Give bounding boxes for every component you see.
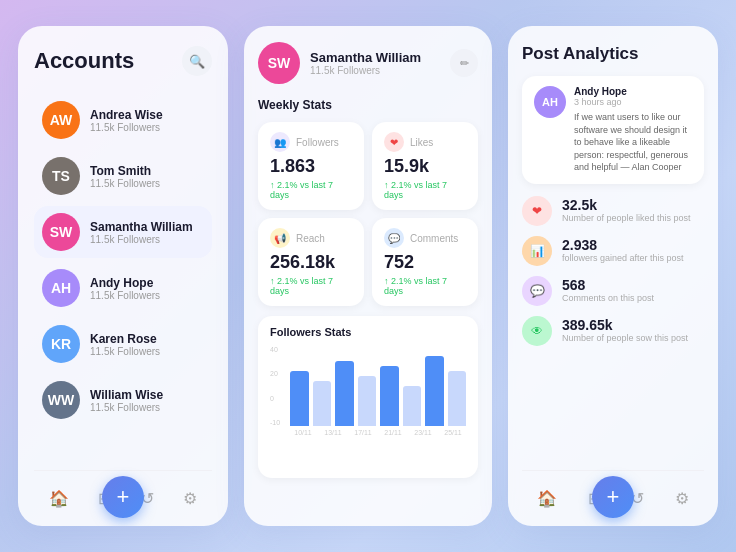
bar <box>358 376 377 426</box>
account-avatar: WW <box>42 381 80 419</box>
analytics-title: Post Analytics <box>522 44 704 64</box>
bar-chart: 40200-10 <box>270 346 466 426</box>
account-info: Samantha William 11.5k Followers <box>90 220 193 245</box>
analytics-item: 👁 389.65k Number of people sow this post <box>522 316 704 346</box>
stat-icon: 💬 <box>384 228 404 248</box>
account-name: Samantha William <box>90 220 193 234</box>
account-info: Andy Hope 11.5k Followers <box>90 276 160 301</box>
analytics-text: 32.5k Number of people liked this post <box>562 197 691 225</box>
analytics-icon: 👁 <box>522 316 552 346</box>
accounts-panel: Accounts 🔍 AW Andrea Wise 11.5k Follower… <box>18 26 228 526</box>
quote-content: Andy Hope 3 hours ago If we want users t… <box>574 86 692 174</box>
analytics-text: 389.65k Number of people sow this post <box>562 317 688 345</box>
chart-title: Followers Stats <box>270 326 466 338</box>
account-followers: 11.5k Followers <box>90 178 160 189</box>
quote-time: 3 hours ago <box>574 97 692 107</box>
account-followers: 11.5k Followers <box>90 122 163 133</box>
home-icon-right[interactable]: 🏠 <box>531 483 563 514</box>
stat-icon: 📢 <box>270 228 290 248</box>
x-label: 17/11 <box>350 429 376 436</box>
analytics-value: 2.938 <box>562 237 684 253</box>
stat-card: 👥 Followers 1.863 ↑ 2.1% vs last 7 days <box>258 122 364 210</box>
x-label: 25/11 <box>440 429 466 436</box>
edit-button[interactable]: ✏ <box>450 49 478 77</box>
account-item[interactable]: AH Andy Hope 11.5k Followers <box>34 262 212 314</box>
quote-avatar: AH <box>534 86 566 118</box>
right-nav: 🏠 ⊞ + ↺ ⚙ <box>522 470 704 526</box>
stat-change: ↑ 2.1% vs last 7 days <box>270 180 352 200</box>
analytics-item: ❤ 32.5k Number of people liked this post <box>522 196 704 226</box>
account-item[interactable]: TS Tom Smith 11.5k Followers <box>34 150 212 202</box>
analytics-desc: followers gained after this post <box>562 253 684 265</box>
profile-info: Samantha William 11.5k Followers <box>310 50 421 76</box>
account-avatar: AW <box>42 101 80 139</box>
account-info: Karen Rose 11.5k Followers <box>90 332 160 357</box>
stat-header: 📢 Reach <box>270 228 352 248</box>
bar <box>335 361 354 426</box>
stat-card: ❤ Likes 15.9k ↑ 2.1% vs last 7 days <box>372 122 478 210</box>
account-item[interactable]: WW William Wise 11.5k Followers <box>34 374 212 426</box>
settings-icon[interactable]: ⚙ <box>177 483 203 514</box>
stat-label: Likes <box>410 137 433 148</box>
stat-label: Reach <box>296 233 325 244</box>
fab-button-right[interactable]: + <box>592 476 634 518</box>
search-button[interactable]: 🔍 <box>182 46 212 76</box>
stats-grid: 👥 Followers 1.863 ↑ 2.1% vs last 7 days … <box>258 122 478 306</box>
chart-section: Followers Stats 40200-10 10/1113/1117/11… <box>258 316 478 478</box>
settings-icon-right[interactable]: ⚙ <box>669 483 695 514</box>
stat-header: 💬 Comments <box>384 228 466 248</box>
left-header: Accounts 🔍 <box>34 46 212 76</box>
stat-change: ↑ 2.1% vs last 7 days <box>270 276 352 296</box>
account-avatar: KR <box>42 325 80 363</box>
account-followers: 11.5k Followers <box>90 402 163 413</box>
bar <box>448 371 467 426</box>
accounts-title: Accounts <box>34 48 134 74</box>
account-item[interactable]: KR Karen Rose 11.5k Followers <box>34 318 212 370</box>
account-followers: 11.5k Followers <box>90 346 160 357</box>
account-item[interactable]: SW Samantha William 11.5k Followers <box>34 206 212 258</box>
stat-header: 👥 Followers <box>270 132 352 152</box>
account-name: Tom Smith <box>90 164 160 178</box>
stat-value: 752 <box>384 252 466 273</box>
stat-value: 1.863 <box>270 156 352 177</box>
analytics-list: ❤ 32.5k Number of people liked this post… <box>522 196 704 470</box>
fab-button[interactable]: + <box>102 476 144 518</box>
stat-header: ❤ Likes <box>384 132 466 152</box>
analytics-desc: Comments on this post <box>562 293 654 305</box>
left-nav: 🏠 ⊞ + ↺ ⚙ <box>34 470 212 526</box>
bar <box>380 366 399 426</box>
analytics-desc: Number of people sow this post <box>562 333 688 345</box>
account-list: AW Andrea Wise 11.5k Followers TS Tom Sm… <box>34 94 212 470</box>
x-label: 13/11 <box>320 429 346 436</box>
stat-label: Comments <box>410 233 458 244</box>
account-name: Karen Rose <box>90 332 160 346</box>
stat-card: 💬 Comments 752 ↑ 2.1% vs last 7 days <box>372 218 478 306</box>
quote-text: If we want users to like our software we… <box>574 111 692 174</box>
account-avatar: AH <box>42 269 80 307</box>
stat-icon: ❤ <box>384 132 404 152</box>
bar <box>425 356 444 426</box>
x-label: 23/11 <box>410 429 436 436</box>
quote-name: Andy Hope <box>574 86 692 97</box>
stats-panel: SW Samantha William 11.5k Followers ✏ We… <box>244 26 492 526</box>
stat-icon: 👥 <box>270 132 290 152</box>
analytics-icon: ❤ <box>522 196 552 226</box>
account-avatar: SW <box>42 213 80 251</box>
account-info: William Wise 11.5k Followers <box>90 388 163 413</box>
x-label: 10/11 <box>290 429 316 436</box>
analytics-value: 389.65k <box>562 317 688 333</box>
home-icon[interactable]: 🏠 <box>43 483 75 514</box>
bar <box>403 386 422 426</box>
stat-value: 15.9k <box>384 156 466 177</box>
stat-label: Followers <box>296 137 339 148</box>
account-item[interactable]: AW Andrea Wise 11.5k Followers <box>34 94 212 146</box>
profile-followers: 11.5k Followers <box>310 65 421 76</box>
analytics-panel: Post Analytics AH Andy Hope 3 hours ago … <box>508 26 718 526</box>
account-followers: 11.5k Followers <box>90 290 160 301</box>
profile-name: Samantha William <box>310 50 421 65</box>
stat-change: ↑ 2.1% vs last 7 days <box>384 276 466 296</box>
analytics-item: 💬 568 Comments on this post <box>522 276 704 306</box>
analytics-value: 32.5k <box>562 197 691 213</box>
account-info: Andrea Wise 11.5k Followers <box>90 108 163 133</box>
bar <box>313 381 332 426</box>
